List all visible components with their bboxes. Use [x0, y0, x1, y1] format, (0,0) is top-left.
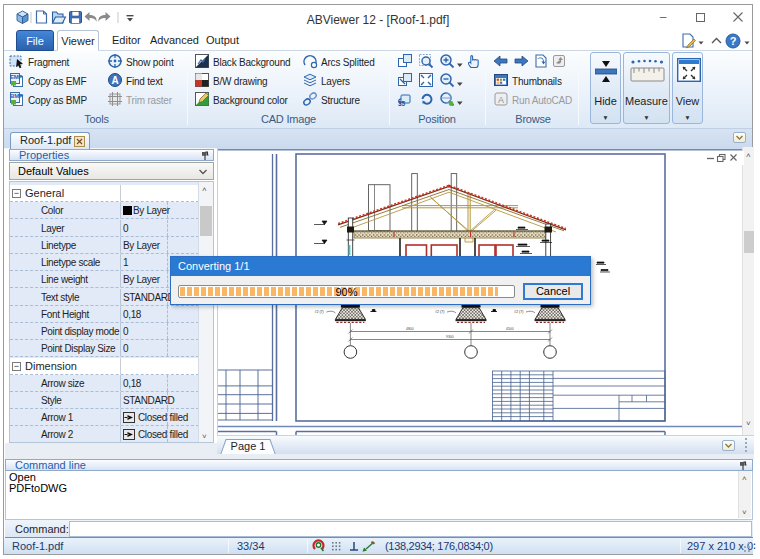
- svg-text:A: A: [498, 95, 504, 105]
- svg-text:A: A: [111, 75, 118, 86]
- svg-text:4800: 4800: [406, 327, 414, 331]
- svg-text:9300: 9300: [446, 335, 454, 339]
- svg-text:?: ?: [730, 35, 737, 47]
- svg-text:4500: 4500: [506, 327, 514, 331]
- svg-text:BMP: BMP: [10, 93, 23, 99]
- svg-text:EMF: EMF: [10, 74, 23, 80]
- svg-text:35: 35: [398, 100, 406, 107]
- svg-text:#2 (7): #2 (7): [314, 310, 323, 314]
- svg-text:#2 (7): #2 (7): [435, 310, 444, 314]
- svg-text:#2 (7): #2 (7): [514, 310, 523, 314]
